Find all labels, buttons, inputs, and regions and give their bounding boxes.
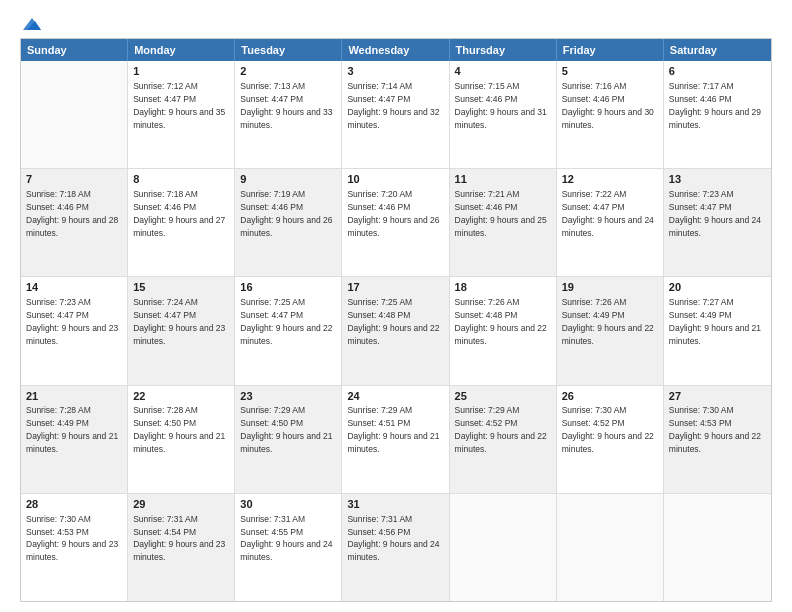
calendar-cell: 5Sunrise: 7:16 AMSunset: 4:46 PMDaylight… (557, 61, 664, 168)
day-number: 19 (562, 280, 658, 295)
calendar-cell: 9Sunrise: 7:19 AMSunset: 4:46 PMDaylight… (235, 169, 342, 276)
day-number: 29 (133, 497, 229, 512)
calendar-row: 28Sunrise: 7:30 AMSunset: 4:53 PMDayligh… (21, 494, 771, 601)
day-number: 24 (347, 389, 443, 404)
calendar-header-cell: Thursday (450, 39, 557, 61)
calendar-cell: 20Sunrise: 7:27 AMSunset: 4:49 PMDayligh… (664, 277, 771, 384)
cell-details: Sunrise: 7:30 AMSunset: 4:53 PMDaylight:… (669, 405, 761, 454)
day-number: 4 (455, 64, 551, 79)
calendar-cell: 14Sunrise: 7:23 AMSunset: 4:47 PMDayligh… (21, 277, 128, 384)
calendar-header-cell: Sunday (21, 39, 128, 61)
day-number: 9 (240, 172, 336, 187)
calendar-cell: 13Sunrise: 7:23 AMSunset: 4:47 PMDayligh… (664, 169, 771, 276)
calendar-cell: 26Sunrise: 7:30 AMSunset: 4:52 PMDayligh… (557, 386, 664, 493)
calendar-cell: 30Sunrise: 7:31 AMSunset: 4:55 PMDayligh… (235, 494, 342, 601)
calendar-header-cell: Saturday (664, 39, 771, 61)
day-number: 27 (669, 389, 766, 404)
day-number: 5 (562, 64, 658, 79)
cell-details: Sunrise: 7:20 AMSunset: 4:46 PMDaylight:… (347, 189, 439, 238)
day-number: 21 (26, 389, 122, 404)
cell-details: Sunrise: 7:31 AMSunset: 4:54 PMDaylight:… (133, 514, 225, 563)
cell-details: Sunrise: 7:30 AMSunset: 4:52 PMDaylight:… (562, 405, 654, 454)
calendar-cell: 18Sunrise: 7:26 AMSunset: 4:48 PMDayligh… (450, 277, 557, 384)
day-number: 23 (240, 389, 336, 404)
calendar-cell: 24Sunrise: 7:29 AMSunset: 4:51 PMDayligh… (342, 386, 449, 493)
calendar-cell: 22Sunrise: 7:28 AMSunset: 4:50 PMDayligh… (128, 386, 235, 493)
day-number: 12 (562, 172, 658, 187)
cell-details: Sunrise: 7:26 AMSunset: 4:48 PMDaylight:… (455, 297, 547, 346)
calendar-cell: 31Sunrise: 7:31 AMSunset: 4:56 PMDayligh… (342, 494, 449, 601)
calendar-header-cell: Monday (128, 39, 235, 61)
calendar-cell: 2Sunrise: 7:13 AMSunset: 4:47 PMDaylight… (235, 61, 342, 168)
cell-details: Sunrise: 7:25 AMSunset: 4:48 PMDaylight:… (347, 297, 439, 346)
day-number: 14 (26, 280, 122, 295)
calendar-cell: 27Sunrise: 7:30 AMSunset: 4:53 PMDayligh… (664, 386, 771, 493)
calendar-cell: 4Sunrise: 7:15 AMSunset: 4:46 PMDaylight… (450, 61, 557, 168)
cell-details: Sunrise: 7:14 AMSunset: 4:47 PMDaylight:… (347, 81, 439, 130)
day-number: 17 (347, 280, 443, 295)
calendar-cell: 15Sunrise: 7:24 AMSunset: 4:47 PMDayligh… (128, 277, 235, 384)
calendar-cell (557, 494, 664, 601)
calendar-cell: 8Sunrise: 7:18 AMSunset: 4:46 PMDaylight… (128, 169, 235, 276)
calendar-body: 1Sunrise: 7:12 AMSunset: 4:47 PMDaylight… (21, 61, 771, 601)
day-number: 6 (669, 64, 766, 79)
header (20, 16, 772, 30)
cell-details: Sunrise: 7:29 AMSunset: 4:51 PMDaylight:… (347, 405, 439, 454)
cell-details: Sunrise: 7:22 AMSunset: 4:47 PMDaylight:… (562, 189, 654, 238)
day-number: 25 (455, 389, 551, 404)
cell-details: Sunrise: 7:18 AMSunset: 4:46 PMDaylight:… (26, 189, 118, 238)
cell-details: Sunrise: 7:19 AMSunset: 4:46 PMDaylight:… (240, 189, 332, 238)
calendar-cell: 17Sunrise: 7:25 AMSunset: 4:48 PMDayligh… (342, 277, 449, 384)
cell-details: Sunrise: 7:23 AMSunset: 4:47 PMDaylight:… (26, 297, 118, 346)
calendar-cell (450, 494, 557, 601)
cell-details: Sunrise: 7:28 AMSunset: 4:50 PMDaylight:… (133, 405, 225, 454)
calendar-cell: 12Sunrise: 7:22 AMSunset: 4:47 PMDayligh… (557, 169, 664, 276)
day-number: 10 (347, 172, 443, 187)
cell-details: Sunrise: 7:15 AMSunset: 4:46 PMDaylight:… (455, 81, 547, 130)
calendar-cell: 6Sunrise: 7:17 AMSunset: 4:46 PMDaylight… (664, 61, 771, 168)
calendar-row: 1Sunrise: 7:12 AMSunset: 4:47 PMDaylight… (21, 61, 771, 169)
calendar-cell: 21Sunrise: 7:28 AMSunset: 4:49 PMDayligh… (21, 386, 128, 493)
cell-details: Sunrise: 7:25 AMSunset: 4:47 PMDaylight:… (240, 297, 332, 346)
calendar-cell: 16Sunrise: 7:25 AMSunset: 4:47 PMDayligh… (235, 277, 342, 384)
page: SundayMondayTuesdayWednesdayThursdayFrid… (0, 0, 792, 612)
logo-icon (21, 16, 43, 32)
calendar-header-cell: Tuesday (235, 39, 342, 61)
logo (20, 16, 44, 30)
day-number: 18 (455, 280, 551, 295)
day-number: 1 (133, 64, 229, 79)
day-number: 11 (455, 172, 551, 187)
calendar-header-row: SundayMondayTuesdayWednesdayThursdayFrid… (21, 39, 771, 61)
calendar-cell (664, 494, 771, 601)
calendar-cell: 7Sunrise: 7:18 AMSunset: 4:46 PMDaylight… (21, 169, 128, 276)
day-number: 31 (347, 497, 443, 512)
cell-details: Sunrise: 7:21 AMSunset: 4:46 PMDaylight:… (455, 189, 547, 238)
cell-details: Sunrise: 7:29 AMSunset: 4:52 PMDaylight:… (455, 405, 547, 454)
cell-details: Sunrise: 7:27 AMSunset: 4:49 PMDaylight:… (669, 297, 761, 346)
calendar-cell: 28Sunrise: 7:30 AMSunset: 4:53 PMDayligh… (21, 494, 128, 601)
calendar-cell: 1Sunrise: 7:12 AMSunset: 4:47 PMDaylight… (128, 61, 235, 168)
day-number: 20 (669, 280, 766, 295)
cell-details: Sunrise: 7:13 AMSunset: 4:47 PMDaylight:… (240, 81, 332, 130)
cell-details: Sunrise: 7:17 AMSunset: 4:46 PMDaylight:… (669, 81, 761, 130)
calendar-cell: 11Sunrise: 7:21 AMSunset: 4:46 PMDayligh… (450, 169, 557, 276)
day-number: 30 (240, 497, 336, 512)
cell-details: Sunrise: 7:12 AMSunset: 4:47 PMDaylight:… (133, 81, 225, 130)
day-number: 3 (347, 64, 443, 79)
cell-details: Sunrise: 7:30 AMSunset: 4:53 PMDaylight:… (26, 514, 118, 563)
calendar-cell: 25Sunrise: 7:29 AMSunset: 4:52 PMDayligh… (450, 386, 557, 493)
calendar-header-cell: Friday (557, 39, 664, 61)
cell-details: Sunrise: 7:29 AMSunset: 4:50 PMDaylight:… (240, 405, 332, 454)
day-number: 26 (562, 389, 658, 404)
calendar-row: 7Sunrise: 7:18 AMSunset: 4:46 PMDaylight… (21, 169, 771, 277)
cell-details: Sunrise: 7:18 AMSunset: 4:46 PMDaylight:… (133, 189, 225, 238)
cell-details: Sunrise: 7:23 AMSunset: 4:47 PMDaylight:… (669, 189, 761, 238)
cell-details: Sunrise: 7:26 AMSunset: 4:49 PMDaylight:… (562, 297, 654, 346)
day-number: 28 (26, 497, 122, 512)
calendar: SundayMondayTuesdayWednesdayThursdayFrid… (20, 38, 772, 602)
calendar-cell (21, 61, 128, 168)
cell-details: Sunrise: 7:24 AMSunset: 4:47 PMDaylight:… (133, 297, 225, 346)
day-number: 13 (669, 172, 766, 187)
cell-details: Sunrise: 7:31 AMSunset: 4:55 PMDaylight:… (240, 514, 332, 563)
day-number: 22 (133, 389, 229, 404)
